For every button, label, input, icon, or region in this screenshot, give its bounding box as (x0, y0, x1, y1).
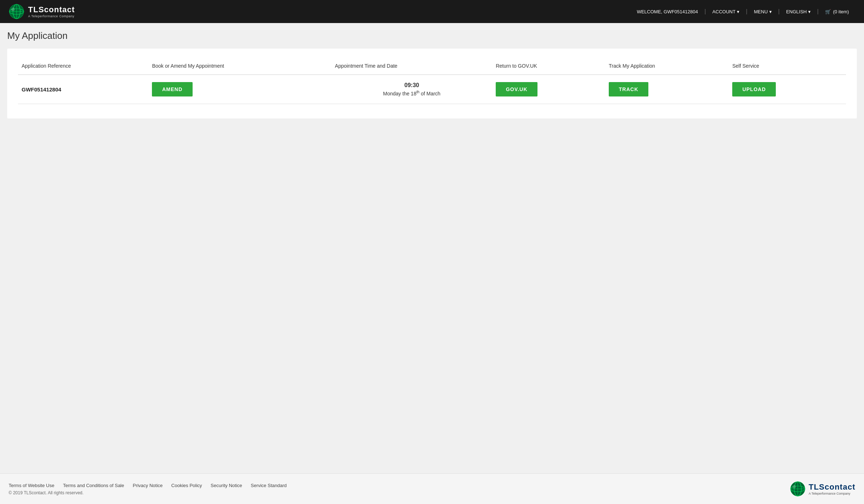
cart-count: (0 item) (833, 9, 849, 14)
main-content: My Application Application Reference Boo… (0, 23, 864, 473)
application-reference: GWF051412804 (18, 75, 148, 104)
menu-chevron-icon: ▾ (769, 9, 772, 14)
account-label: ACCOUNT (712, 9, 735, 14)
amend-cell: AMEND (148, 75, 331, 104)
logo-subtitle: A Teleperformance Company (28, 14, 75, 18)
upload-button[interactable]: UPLOAD (732, 82, 776, 96)
site-footer: Terms of Website Use Terms and Condition… (0, 473, 864, 504)
footer-link-terms-sale[interactable]: Terms and Conditions of Sale (63, 483, 124, 488)
svg-point-5 (11, 8, 15, 11)
footer-links: Terms of Website Use Terms and Condition… (9, 483, 287, 488)
govuk-button[interactable]: GOV.UK (496, 82, 537, 96)
footer-logo-name: TLScontact (809, 482, 855, 492)
account-menu[interactable]: ACCOUNT ▾ (706, 9, 746, 14)
appointment-time: 09:30 (335, 82, 489, 89)
logo[interactable]: TLScontact A Teleperformance Company (9, 4, 75, 19)
application-table: Application Reference Book or Amend My A… (18, 59, 846, 104)
footer-link-privacy[interactable]: Privacy Notice (133, 483, 163, 488)
cart-button[interactable]: 🛒 (0 item) (819, 9, 855, 14)
col-track: Track My Application (605, 59, 729, 75)
footer-link-terms-website[interactable]: Terms of Website Use (9, 483, 54, 488)
date-sup: th (417, 90, 419, 94)
footer-link-security[interactable]: Security Notice (211, 483, 242, 488)
footer-logo: TLScontact A Teleperformance Company (790, 481, 855, 497)
welcome-text: WELCOME, GWF051412804 (630, 9, 705, 14)
track-button[interactable]: TRACK (609, 82, 648, 96)
application-card: Application Reference Book or Amend My A… (7, 49, 857, 118)
date-suffix: of March (419, 91, 440, 96)
menu-dropdown[interactable]: MENU ▾ (747, 9, 778, 14)
track-cell: TRACK (605, 75, 729, 104)
col-reference: Application Reference (18, 59, 148, 75)
col-datetime: Appointment Time and Date (331, 59, 492, 75)
amend-button[interactable]: AMEND (152, 82, 192, 96)
col-amend: Book or Amend My Appointment (148, 59, 331, 75)
footer-left: Terms of Website Use Terms and Condition… (9, 483, 287, 495)
govuk-cell: GOV.UK (492, 75, 605, 104)
page-title: My Application (7, 30, 857, 41)
date-prefix: Monday the 18 (383, 91, 417, 96)
header-nav: WELCOME, GWF051412804 | ACCOUNT ▾ | MENU… (630, 8, 855, 15)
cart-icon: 🛒 (825, 9, 831, 14)
table-header-row: Application Reference Book or Amend My A… (18, 59, 846, 75)
language-chevron-icon: ▾ (808, 9, 811, 14)
footer-link-cookies[interactable]: Cookies Policy (171, 483, 202, 488)
col-selfservice: Self Service (729, 59, 846, 75)
menu-label: MENU (754, 9, 768, 14)
globe-icon (9, 4, 24, 19)
logo-name: TLScontact (28, 5, 75, 14)
table-row: GWF051412804 AMEND 09:30 Monday the 18th… (18, 75, 846, 104)
col-govuk: Return to GOV.UK (492, 59, 605, 75)
footer-globe-icon (790, 481, 806, 497)
footer-logo-sub: A Teleperformance Company (809, 492, 855, 495)
datetime-cell: 09:30 Monday the 18th of March (331, 75, 492, 104)
site-header: TLScontact A Teleperformance Company WEL… (0, 0, 864, 23)
copyright-text: © 2019 TLScontact. All rights reserved. (9, 490, 287, 495)
account-chevron-icon: ▾ (737, 9, 739, 14)
svg-point-11 (792, 485, 796, 489)
footer-link-standard[interactable]: Service Standard (251, 483, 287, 488)
language-selector[interactable]: ENGLISH ▾ (780, 9, 817, 14)
upload-cell: UPLOAD (729, 75, 846, 104)
appointment-date: Monday the 18th of March (335, 90, 489, 96)
language-label: ENGLISH (786, 9, 807, 14)
